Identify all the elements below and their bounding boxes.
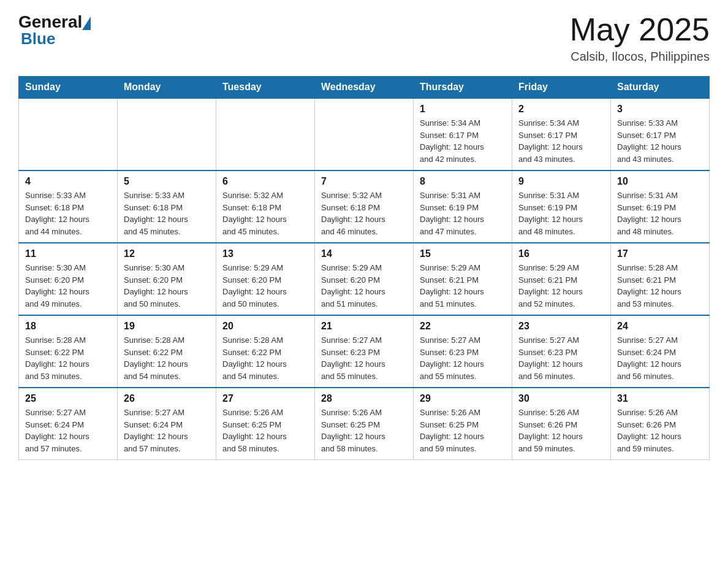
day-number: 18 (25, 321, 111, 332)
day-number: 7 (321, 176, 407, 187)
day-number: 4 (25, 176, 111, 187)
day-number: 12 (124, 248, 210, 259)
day-info: Sunrise: 5:32 AM Sunset: 6:18 PM Dayligh… (321, 190, 407, 237)
day-number: 6 (222, 176, 308, 187)
calendar-day-cell (216, 98, 315, 170)
day-number: 23 (518, 321, 604, 332)
calendar-day-cell: 29Sunrise: 5:26 AM Sunset: 6:25 PM Dayli… (414, 388, 512, 460)
day-info: Sunrise: 5:26 AM Sunset: 6:25 PM Dayligh… (420, 407, 506, 454)
calendar-day-cell: 9Sunrise: 5:31 AM Sunset: 6:19 PM Daylig… (512, 170, 611, 243)
day-number: 10 (617, 176, 703, 187)
day-info: Sunrise: 5:27 AM Sunset: 6:23 PM Dayligh… (420, 334, 506, 382)
day-info: Sunrise: 5:30 AM Sunset: 6:20 PM Dayligh… (124, 262, 210, 310)
day-number: 15 (420, 248, 506, 259)
calendar-day-cell: 28Sunrise: 5:26 AM Sunset: 6:25 PM Dayli… (315, 388, 414, 460)
calendar-day-cell: 10Sunrise: 5:31 AM Sunset: 6:19 PM Dayli… (611, 170, 710, 243)
day-info: Sunrise: 5:27 AM Sunset: 6:23 PM Dayligh… (321, 334, 407, 382)
day-info: Sunrise: 5:28 AM Sunset: 6:22 PM Dayligh… (222, 334, 308, 382)
calendar-day-cell: 3Sunrise: 5:33 AM Sunset: 6:17 PM Daylig… (611, 98, 710, 170)
calendar-week-row: 25Sunrise: 5:27 AM Sunset: 6:24 PM Dayli… (19, 388, 710, 460)
day-info: Sunrise: 5:31 AM Sunset: 6:19 PM Dayligh… (518, 190, 604, 237)
calendar-day-cell: 18Sunrise: 5:28 AM Sunset: 6:22 PM Dayli… (19, 315, 118, 388)
day-number: 28 (321, 393, 407, 404)
calendar-day-cell: 6Sunrise: 5:32 AM Sunset: 6:18 PM Daylig… (216, 170, 315, 243)
calendar-day-cell: 14Sunrise: 5:29 AM Sunset: 6:20 PM Dayli… (315, 243, 414, 315)
day-info: Sunrise: 5:28 AM Sunset: 6:22 PM Dayligh… (124, 334, 210, 382)
calendar-day-cell: 19Sunrise: 5:28 AM Sunset: 6:22 PM Dayli… (118, 315, 216, 388)
day-of-week-header: Friday (512, 77, 611, 99)
day-info: Sunrise: 5:29 AM Sunset: 6:20 PM Dayligh… (222, 262, 308, 310)
calendar-day-cell: 1Sunrise: 5:34 AM Sunset: 6:17 PM Daylig… (414, 98, 512, 170)
day-number: 22 (420, 321, 506, 332)
calendar-header-row: SundayMondayTuesdayWednesdayThursdayFrid… (19, 77, 710, 99)
day-number: 2 (518, 104, 604, 115)
calendar-day-cell: 15Sunrise: 5:29 AM Sunset: 6:21 PM Dayli… (414, 243, 512, 315)
day-info: Sunrise: 5:27 AM Sunset: 6:24 PM Dayligh… (25, 407, 111, 454)
day-info: Sunrise: 5:26 AM Sunset: 6:26 PM Dayligh… (617, 407, 703, 454)
calendar-week-row: 4Sunrise: 5:33 AM Sunset: 6:18 PM Daylig… (19, 170, 710, 243)
calendar-day-cell: 8Sunrise: 5:31 AM Sunset: 6:19 PM Daylig… (414, 170, 512, 243)
day-info: Sunrise: 5:30 AM Sunset: 6:20 PM Dayligh… (25, 262, 111, 310)
day-info: Sunrise: 5:33 AM Sunset: 6:18 PM Dayligh… (124, 190, 210, 237)
calendar-week-row: 1Sunrise: 5:34 AM Sunset: 6:17 PM Daylig… (19, 98, 710, 170)
calendar-day-cell (315, 98, 414, 170)
day-number: 8 (420, 176, 506, 187)
day-number: 30 (518, 393, 604, 404)
calendar-week-row: 11Sunrise: 5:30 AM Sunset: 6:20 PM Dayli… (19, 243, 710, 315)
day-info: Sunrise: 5:33 AM Sunset: 6:17 PM Dayligh… (617, 117, 703, 165)
logo-triangle-icon (82, 17, 91, 30)
calendar-day-cell: 24Sunrise: 5:27 AM Sunset: 6:24 PM Dayli… (611, 315, 710, 388)
calendar-day-cell: 23Sunrise: 5:27 AM Sunset: 6:23 PM Dayli… (512, 315, 611, 388)
day-number: 20 (222, 321, 308, 332)
day-number: 26 (124, 393, 210, 404)
logo: General Blue (18, 12, 91, 48)
day-of-week-header: Wednesday (315, 77, 414, 99)
day-number: 17 (617, 248, 703, 259)
calendar-day-cell: 4Sunrise: 5:33 AM Sunset: 6:18 PM Daylig… (19, 170, 118, 243)
day-of-week-header: Monday (118, 77, 216, 99)
day-of-week-header: Sunday (19, 77, 118, 99)
day-info: Sunrise: 5:27 AM Sunset: 6:24 PM Dayligh… (617, 334, 703, 382)
calendar-day-cell (19, 98, 118, 170)
title-block: May 2025 Calsib, Ilocos, Philippines (570, 12, 710, 64)
day-number: 14 (321, 248, 407, 259)
day-of-week-header: Tuesday (216, 77, 315, 99)
day-number: 19 (124, 321, 210, 332)
calendar-day-cell: 20Sunrise: 5:28 AM Sunset: 6:22 PM Dayli… (216, 315, 315, 388)
day-info: Sunrise: 5:31 AM Sunset: 6:19 PM Dayligh… (420, 190, 506, 237)
calendar-day-cell: 2Sunrise: 5:34 AM Sunset: 6:17 PM Daylig… (512, 98, 611, 170)
day-info: Sunrise: 5:31 AM Sunset: 6:19 PM Dayligh… (617, 190, 703, 237)
location-subtitle: Calsib, Ilocos, Philippines (570, 50, 710, 64)
calendar-day-cell: 26Sunrise: 5:27 AM Sunset: 6:24 PM Dayli… (118, 388, 216, 460)
day-info: Sunrise: 5:34 AM Sunset: 6:17 PM Dayligh… (420, 117, 506, 165)
day-number: 24 (617, 321, 703, 332)
day-number: 31 (617, 393, 703, 404)
day-number: 29 (420, 393, 506, 404)
calendar-day-cell: 22Sunrise: 5:27 AM Sunset: 6:23 PM Dayli… (414, 315, 512, 388)
day-number: 16 (518, 248, 604, 259)
calendar-day-cell: 11Sunrise: 5:30 AM Sunset: 6:20 PM Dayli… (19, 243, 118, 315)
calendar-day-cell: 16Sunrise: 5:29 AM Sunset: 6:21 PM Dayli… (512, 243, 611, 315)
day-of-week-header: Thursday (414, 77, 512, 99)
day-info: Sunrise: 5:26 AM Sunset: 6:25 PM Dayligh… (222, 407, 308, 454)
calendar-day-cell: 30Sunrise: 5:26 AM Sunset: 6:26 PM Dayli… (512, 388, 611, 460)
day-number: 13 (222, 248, 308, 259)
day-info: Sunrise: 5:26 AM Sunset: 6:25 PM Dayligh… (321, 407, 407, 454)
calendar-day-cell: 13Sunrise: 5:29 AM Sunset: 6:20 PM Dayli… (216, 243, 315, 315)
day-info: Sunrise: 5:26 AM Sunset: 6:26 PM Dayligh… (518, 407, 604, 454)
day-info: Sunrise: 5:28 AM Sunset: 6:21 PM Dayligh… (617, 262, 703, 310)
calendar-day-cell: 17Sunrise: 5:28 AM Sunset: 6:21 PM Dayli… (611, 243, 710, 315)
page-header: General Blue May 2025 Calsib, Ilocos, Ph… (18, 12, 710, 64)
calendar-day-cell: 5Sunrise: 5:33 AM Sunset: 6:18 PM Daylig… (118, 170, 216, 243)
day-info: Sunrise: 5:29 AM Sunset: 6:20 PM Dayligh… (321, 262, 407, 310)
day-number: 27 (222, 393, 308, 404)
day-info: Sunrise: 5:32 AM Sunset: 6:18 PM Dayligh… (222, 190, 308, 237)
calendar-day-cell: 31Sunrise: 5:26 AM Sunset: 6:26 PM Dayli… (611, 388, 710, 460)
day-number: 3 (617, 104, 703, 115)
calendar-table: SundayMondayTuesdayWednesdayThursdayFrid… (18, 76, 710, 460)
calendar-day-cell: 7Sunrise: 5:32 AM Sunset: 6:18 PM Daylig… (315, 170, 414, 243)
day-number: 1 (420, 104, 506, 115)
calendar-day-cell: 25Sunrise: 5:27 AM Sunset: 6:24 PM Dayli… (19, 388, 118, 460)
day-of-week-header: Saturday (611, 77, 710, 99)
day-info: Sunrise: 5:34 AM Sunset: 6:17 PM Dayligh… (518, 117, 604, 165)
